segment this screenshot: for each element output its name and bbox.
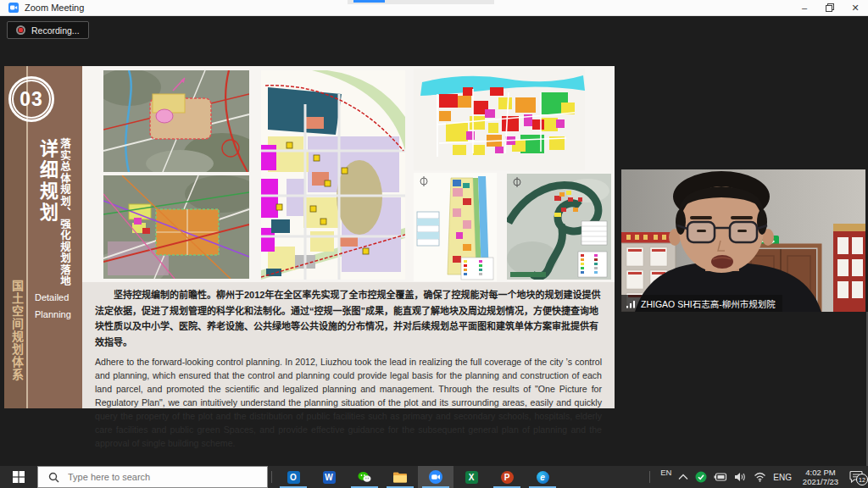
zoom-meeting-window: Zoom Meeting – ✕ Recording... 03	[0, 0, 868, 488]
zoom-logo-icon	[8, 3, 19, 13]
taskbar-app-word[interactable]: W	[311, 466, 347, 488]
recording-indicator[interactable]: Recording...	[7, 21, 89, 39]
recording-label: Recording...	[31, 25, 80, 36]
clock-time: 4:02 PM	[798, 468, 843, 477]
restore-icon	[826, 3, 834, 12]
notification-center-button[interactable]: 12	[849, 471, 863, 483]
search-icon	[48, 472, 59, 483]
audio-level-icon	[626, 299, 637, 308]
wechat-icon	[358, 471, 371, 483]
start-button[interactable]	[0, 466, 37, 488]
map-satellite-plan-2	[103, 175, 249, 279]
slide-vertical-subtitle: 落实总体规划、强化规划落地	[57, 138, 73, 287]
outlook-icon: O	[287, 471, 300, 484]
map-satellite-plan-1	[103, 70, 249, 172]
window-title: Zoom Meeting	[25, 3, 84, 13]
excel-icon: X	[465, 471, 478, 484]
tray-divider	[649, 471, 650, 483]
window-titlebar: Zoom Meeting – ✕	[0, 0, 868, 16]
powerpoint-icon: P	[501, 471, 514, 484]
background-window-accent	[353, 0, 385, 3]
taskbar-app-zoom[interactable]	[418, 466, 453, 488]
taskbar-app-powerpoint[interactable]: P	[489, 466, 525, 488]
windows-taskbar: O W X	[0, 466, 868, 488]
security-check-icon[interactable]	[695, 471, 707, 483]
edge-icon: e	[537, 471, 549, 484]
map-zoning-colorful	[414, 69, 585, 170]
map-riverside-strip	[414, 173, 497, 281]
language-indicator[interactable]: ENG	[773, 473, 792, 482]
clock-date: 2021/7/23	[798, 477, 843, 486]
background-window-edge	[348, 0, 494, 4]
map-river-loop	[507, 174, 611, 280]
slide-sidebar: 03 详细规划 落实总体规划、强化规划落地 Detailed Planning …	[4, 66, 82, 408]
paragraph-english: Adhere to the forward-looking control pl…	[95, 355, 602, 451]
taskbar-search[interactable]	[37, 466, 268, 488]
zoom-app-icon	[429, 470, 442, 484]
section-number-badge: 03	[8, 76, 54, 122]
participant-name-tag: ZHIGAO SHI石志高-柳州市规划院	[621, 295, 782, 312]
section-number: 03	[19, 88, 43, 111]
taskbar-app-edge[interactable]: e	[525, 466, 560, 488]
slide-english-label: Detailed Planning	[35, 289, 71, 323]
participant-name: ZHIGAO SHI石志高-柳州市规划院	[641, 297, 776, 310]
taskbar-app-wechat[interactable]	[347, 466, 382, 488]
notification-badge: 12	[856, 474, 868, 485]
system-tray: EN ENG 4:02 PM	[646, 466, 868, 488]
slide-series-title: 国土空间规划体系	[8, 280, 25, 381]
participant-video[interactable]: ZHIGAO SHI石志高-柳州市规划院	[621, 169, 865, 312]
map-regulatory-plan-large	[261, 70, 405, 280]
taskbar-divider	[271, 471, 272, 483]
wifi-icon[interactable]	[754, 472, 766, 482]
record-dot-icon	[16, 25, 25, 35]
windows-logo-icon	[13, 471, 25, 483]
presentation-slide: 03 详细规划 落实总体规划、强化规划落地 Detailed Planning …	[4, 66, 615, 408]
paragraph-chinese: 坚持控规编制的前瞻性。柳州于2012年在全区率先实现了全市控规全覆盖，确保了控规…	[95, 287, 602, 351]
word-icon: W	[323, 471, 336, 484]
restore-button[interactable]	[817, 0, 843, 15]
search-input[interactable]	[66, 471, 239, 483]
file-explorer-icon	[393, 472, 407, 483]
taskbar-app-excel[interactable]: X	[453, 466, 489, 488]
close-button[interactable]: ✕	[843, 0, 868, 15]
taskbar-clock[interactable]: 4:02 PM 2021/7/23	[798, 468, 843, 486]
speaker-icon[interactable]	[734, 472, 747, 482]
minimize-button[interactable]: –	[792, 0, 817, 15]
slide-text-panel: 坚持控规编制的前瞻性。柳州于2012年在全区率先实现了全市控规全覆盖，确保了控规…	[82, 282, 615, 408]
language-indicator-floating: EN	[660, 468, 671, 477]
tray-chevron-up-icon[interactable]	[678, 474, 688, 480]
taskbar-app-explorer[interactable]	[382, 466, 418, 488]
taskbar-app-outlook[interactable]: O	[275, 466, 311, 488]
battery-icon[interactable]	[714, 473, 727, 481]
